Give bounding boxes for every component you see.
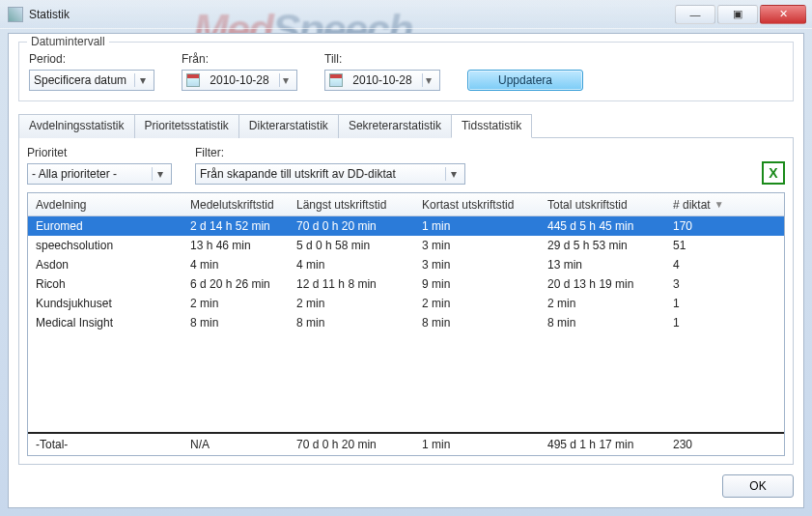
- priority-label: Prioritet: [27, 146, 172, 159]
- sort-desc-icon: ▼: [714, 199, 724, 210]
- priority-value: - Alla prioriteter -: [32, 167, 117, 181]
- tab-dikterarstatistik[interactable]: Dikterarstatistik: [238, 114, 339, 138]
- chevron-down-icon: ▾: [152, 167, 167, 181]
- col-avdelning[interactable]: Avdelning: [28, 198, 182, 212]
- table-row[interactable]: Kundsjukhuset 2 min 2 min 2 min 2 min 1: [28, 294, 784, 313]
- excel-icon: X: [769, 165, 777, 181]
- chevron-down-icon: ▾: [279, 73, 293, 87]
- dialog-footer: OK: [18, 465, 794, 498]
- window-title: Statistik: [29, 8, 70, 21]
- period-combobox[interactable]: Specificera datum ▾: [29, 70, 154, 91]
- statistics-table: Avdelning Medelutskriftstid Längst utskr…: [27, 192, 785, 456]
- filter-label: Filter:: [195, 146, 465, 159]
- col-diktat[interactable]: # diktat ▼: [665, 198, 781, 212]
- period-label: Period:: [29, 52, 154, 66]
- tab-sekreterarstatistik[interactable]: Sekreterarstatistik: [338, 114, 452, 138]
- from-value: 2010-10-28: [210, 73, 268, 87]
- col-total[interactable]: Total utskriftstid: [540, 198, 665, 212]
- tab-panel: Prioritet - Alla prioriteter - ▾ Filter:…: [18, 138, 794, 465]
- to-label: Till:: [324, 52, 440, 66]
- table-header: Avdelning Medelutskriftstid Längst utskr…: [28, 193, 784, 216]
- to-value: 2010-10-28: [352, 73, 411, 87]
- filter-value: Från skapande till utskrift av DD-diktat: [200, 167, 396, 181]
- minimize-button[interactable]: —: [675, 5, 715, 24]
- chevron-down-icon: ▾: [134, 73, 150, 87]
- from-label: Från:: [182, 52, 297, 66]
- table-row[interactable]: Asdon 4 min 4 min 3 min 13 min 4: [28, 255, 784, 274]
- calendar-icon: [186, 73, 200, 87]
- period-value: Specificera datum: [34, 73, 126, 87]
- to-datepicker[interactable]: 2010-10-28 ▾: [324, 70, 440, 91]
- table-total-row: -Total- N/A 70 d 0 h 20 min 1 min 495 d …: [28, 432, 784, 455]
- col-medelutskriftstid[interactable]: Medelutskriftstid: [182, 198, 289, 212]
- app-icon: [8, 7, 23, 22]
- chevron-down-icon: ▾: [445, 167, 461, 181]
- tab-tidsstatistik[interactable]: Tidsstatistik: [451, 114, 532, 138]
- chevron-down-icon: ▾: [422, 73, 435, 87]
- maximize-button[interactable]: ▣: [717, 5, 758, 24]
- titlebar[interactable]: Statistik — ▣ ✕: [0, 0, 812, 29]
- calendar-icon: [329, 73, 343, 87]
- tab-strip: Avdelningsstatistik Prioritetsstatistik …: [18, 113, 794, 138]
- filter-combobox[interactable]: Från skapande till utskrift av DD-diktat…: [195, 163, 465, 185]
- date-interval-group: Datumintervall Period: Specificera datum…: [18, 42, 794, 101]
- tab-prioritetsstatistik[interactable]: Prioritetsstatistik: [134, 114, 239, 138]
- export-excel-button[interactable]: X: [762, 161, 785, 185]
- table-row[interactable]: speechsolution 13 h 46 min 5 d 0 h 58 mi…: [28, 236, 784, 255]
- priority-combobox[interactable]: - Alla prioriteter - ▾: [27, 163, 172, 185]
- col-kortast[interactable]: Kortast utskriftstid: [414, 198, 540, 212]
- date-interval-legend: Datumintervall: [27, 35, 109, 48]
- ok-button[interactable]: OK: [722, 474, 794, 498]
- window: Statistik — ▣ ✕ Datumintervall Period: S…: [0, 0, 812, 516]
- table-body: Euromed 2 d 14 h 52 min 70 d 0 h 20 min …: [28, 216, 784, 432]
- table-row[interactable]: Euromed 2 d 14 h 52 min 70 d 0 h 20 min …: [28, 216, 784, 236]
- from-datepicker[interactable]: 2010-10-28 ▾: [182, 70, 297, 91]
- update-button[interactable]: Uppdatera: [467, 70, 583, 91]
- table-row[interactable]: Medical Insight 8 min 8 min 8 min 8 min …: [28, 313, 784, 332]
- client-area: Datumintervall Period: Specificera datum…: [8, 33, 804, 508]
- tab-avdelningsstatistik[interactable]: Avdelningsstatistik: [18, 114, 135, 138]
- close-button[interactable]: ✕: [760, 5, 806, 24]
- col-langst[interactable]: Längst utskriftstid: [289, 198, 414, 212]
- table-row[interactable]: Ricoh 6 d 20 h 26 min 12 d 11 h 8 min 9 …: [28, 274, 784, 294]
